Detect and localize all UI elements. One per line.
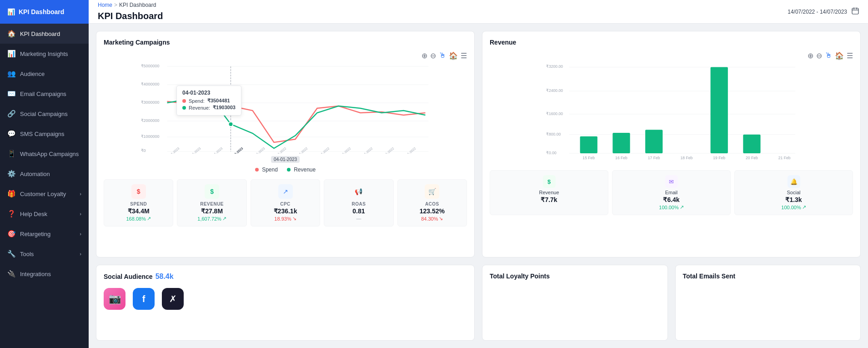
sidebar-item-audience[interactable]: 👥 Audience [0, 64, 89, 84]
roas-icon: 📢 [355, 188, 362, 195]
sidebar-item-whatsapp-campaigns[interactable]: 📱 WhatsApp Campaigns [0, 144, 89, 164]
home-icon[interactable]: 🏠 [449, 51, 458, 60]
sidebar-item-email-campaigns[interactable]: ✉️ Email Campaigns [0, 84, 89, 104]
social-audience-card: Social Audience 58.4k 📷 f ✗ [96, 265, 475, 341]
tooltip-spend-row: Spend: ₹3504481 [182, 98, 236, 104]
selected-date-label: 04-01-2023 [271, 156, 300, 163]
svg-text:04-01-2023: 04-01-2023 [229, 146, 244, 154]
rev-revenue-value: ₹7.7k [496, 196, 602, 203]
sidebar-item-marketing-label: Marketing Insights [20, 50, 68, 57]
acos-change-value: 84.30% [421, 216, 438, 222]
svg-text:01-01-2023: 01-01-2023 [166, 146, 180, 154]
bar-chart-container: ₹3200.00 ₹2400.00 ₹1600.00 ₹800.00 ₹0.00 [490, 63, 853, 165]
sidebar-item-kpi-label: KPI Dashboard [20, 30, 60, 37]
rev-email-change-val: 100.00% [659, 205, 678, 210]
svg-text:19 Feb: 19 Feb [713, 156, 725, 160]
rev-menu-icon[interactable]: ☰ [847, 51, 853, 60]
content-grid: Marketing Campaigns ⊕ ⊖ 🖱 🏠 ☰ ₹5000000 ₹… [89, 24, 868, 348]
svg-rect-0 [852, 8, 858, 14]
svg-text:₹1000000: ₹1000000 [141, 134, 160, 139]
integrations-icon: 🔌 [7, 270, 15, 278]
rev-refresh-icon[interactable]: 🖱 [825, 51, 832, 60]
logo-icon: 📊 [7, 8, 15, 15]
calendar-icon[interactable] [852, 7, 859, 16]
svg-text:₹3200.00: ₹3200.00 [546, 64, 563, 69]
rev-social-icon: 🔔 [788, 175, 800, 188]
spend-change-value: 168.08% [126, 216, 146, 222]
acos-icon: 🛒 [428, 188, 436, 195]
bar-21feb [743, 135, 760, 153]
svg-text:11-01-2022: 11-01-2022 [380, 146, 395, 154]
rev-revenue-label: Revenue [496, 190, 602, 195]
breadcrumb-home[interactable]: Home [98, 2, 112, 8]
main-content: Home > KPI Dashboard KPI Dashboard 14/07… [89, 0, 868, 348]
kpi-cpc: ↗ CPC ₹236.1k 18.93% ↘ [251, 179, 320, 227]
tooltip-revenue-dot [182, 106, 186, 110]
rev-email-change: 100.00% ↗ [618, 204, 725, 210]
rev-zoom-out-icon[interactable]: ⊖ [816, 51, 822, 60]
svg-text:08-01-2022: 08-01-2022 [316, 146, 330, 154]
revenue-trend-icon: ↗ [222, 216, 226, 222]
spend-change: 168.08% ↗ [110, 216, 167, 222]
loyalty-icon: 🎁 [7, 190, 15, 198]
tooltip-spend-dot [182, 99, 186, 103]
bottom-right-cards: Total Loyalty Points Total Emails Sent [482, 265, 861, 341]
sidebar-item-integrations[interactable]: 🔌 Integrations [0, 264, 89, 284]
email-campaigns-icon: ✉️ [7, 90, 15, 98]
sidebar-item-tools[interactable]: 🔧 Tools › [0, 244, 89, 264]
svg-text:₹5000000: ₹5000000 [141, 64, 160, 68]
roas-icon-wrap: 📢 [351, 184, 366, 199]
tools-icon: 🔧 [7, 250, 15, 258]
acos-trend-icon: ↘ [439, 216, 443, 222]
chart-toolbar-revenue: ⊕ ⊖ 🖱 🏠 ☰ [490, 51, 853, 60]
rev-social-value: ₹1.3k [740, 196, 847, 203]
cpc-value: ₹236.1k [256, 207, 314, 215]
rev-metric-email: ✉ Email ₹6.4k 100.00% ↗ [612, 170, 731, 215]
whatsapp-icon: 📱 [7, 150, 15, 158]
sidebar-item-retargeting-label: Retargeting [20, 231, 50, 237]
tools-chevron: › [80, 251, 81, 257]
svg-text:21 Feb: 21 Feb [778, 156, 791, 160]
roas-label: ROAS [330, 202, 387, 207]
sidebar-item-kpi-dashboard[interactable]: 🏠 KPI Dashboard [0, 24, 89, 44]
revenue-icon-wrap: $ [205, 184, 219, 199]
acos-icon-wrap: 🛒 [425, 184, 439, 199]
svg-text:₹2000000: ₹2000000 [141, 118, 160, 123]
spend-icon-wrap: $ [131, 184, 146, 199]
sidebar-item-customer-loyalty[interactable]: 🎁 Customer Loyalty › [0, 184, 89, 204]
sidebar-item-tools-label: Tools [20, 251, 34, 257]
rev-email-icon: ✉ [665, 175, 678, 188]
breadcrumb-current: KPI Dashboard [119, 2, 156, 8]
zoom-out-icon[interactable]: ⊖ [430, 51, 436, 60]
svg-text:10-01-2022: 10-01-2022 [359, 146, 373, 154]
rev-zoom-in-icon[interactable]: ⊕ [808, 51, 813, 60]
kpi-dashboard-icon: 🏠 [7, 30, 15, 38]
menu-icon[interactable]: ☰ [461, 51, 467, 60]
sidebar-item-automation[interactable]: ⚙️ Automation [0, 164, 89, 184]
svg-text:₹4000000: ₹4000000 [141, 82, 160, 86]
sidebar-item-retargeting[interactable]: 🎯 Retargeting › [0, 224, 89, 244]
svg-point-18 [229, 122, 233, 126]
rev-social-change-val: 100.00% [781, 205, 801, 210]
bar-16feb [612, 133, 630, 153]
svg-text:15 Feb: 15 Feb [582, 156, 595, 160]
legend-revenue-label: Revenue [294, 166, 316, 173]
help-chevron: › [80, 211, 81, 217]
zoom-in-icon[interactable]: ⊕ [421, 51, 427, 60]
spend-trend-icon: ↗ [147, 216, 151, 222]
sidebar-item-help-desk[interactable]: ❓ Help Desk › [0, 204, 89, 224]
facebook-item: f [133, 288, 155, 310]
sidebar-logo[interactable]: 📊 KPI Dashboard [0, 0, 89, 24]
sidebar-item-social-campaigns[interactable]: 🔗 Social Campaigns [0, 104, 89, 124]
kpi-spend: $ SPEND ₹34.4M 168.08% ↗ [104, 179, 173, 227]
rev-home-icon[interactable]: 🏠 [835, 51, 844, 60]
svg-text:18 Feb: 18 Feb [681, 156, 693, 160]
acos-label: ACOS [403, 202, 461, 207]
sidebar-item-social-label: Social Campaigns [20, 111, 68, 117]
sidebar-item-marketing-insights[interactable]: 📊 Marketing Insights [0, 44, 89, 64]
kpi-acos: 🛒 ACOS 123.52% 84.30% ↘ [397, 179, 467, 227]
revenue-icon: $ [210, 188, 214, 195]
sidebar-item-sms-campaigns[interactable]: 💬 SMS Campaigns [0, 124, 89, 144]
refresh-icon[interactable]: 🖱 [439, 51, 446, 60]
rev-dollar-icon: $ [543, 175, 556, 188]
